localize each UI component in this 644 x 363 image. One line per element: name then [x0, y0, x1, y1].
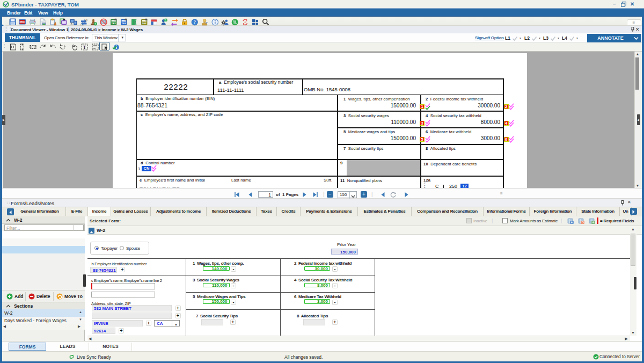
svg-text:TAX: TAX — [112, 22, 116, 25]
svg-text:TAX: TAX — [142, 22, 146, 25]
svg-text:1: 1 — [165, 19, 167, 22]
svg-text:o: o — [245, 21, 246, 24]
svg-text:(1): (1) — [85, 19, 87, 21]
svg-text:T: T — [83, 45, 86, 50]
svg-text:PDF: PDF — [20, 20, 25, 24]
svg-text:?: ? — [193, 20, 195, 25]
svg-text:TAX: TAX — [121, 22, 126, 25]
